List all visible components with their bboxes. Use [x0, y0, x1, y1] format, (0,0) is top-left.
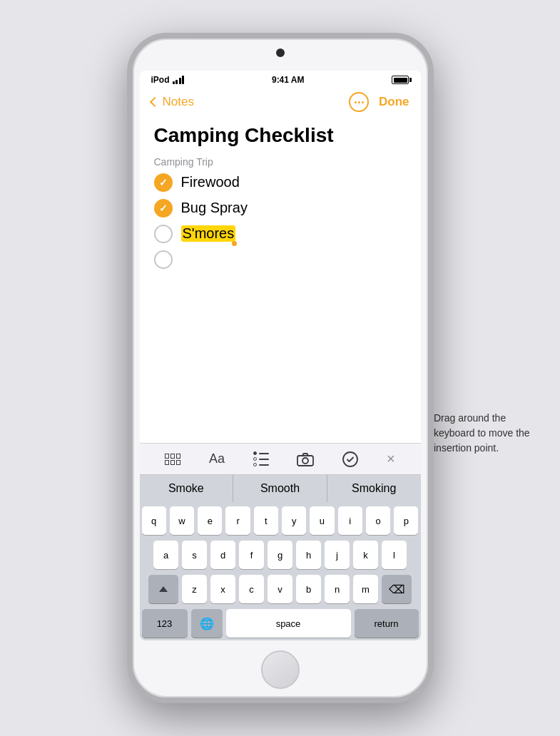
key-x[interactable]: x [210, 575, 235, 603]
chevron-left-icon [149, 97, 159, 107]
content-area: Camping Checklist Camping Trip ✓ Firewoo… [140, 118, 421, 443]
predictive-text-bar: Smoke Smooth Smoking [140, 474, 421, 502]
key-o[interactable]: o [366, 506, 390, 535]
back-label: Notes [163, 95, 194, 109]
back-button[interactable]: Notes [151, 95, 194, 109]
compose-icon [342, 451, 358, 467]
annotation-text: Drag around the keyboard to move the ins… [429, 411, 540, 456]
delete-icon: ⌫ [389, 583, 405, 596]
keyboard-row-1: q w e r t y u i o p [142, 506, 419, 535]
camera-icon [297, 452, 314, 466]
keyboard: q w e r t y u i o p a s d f g [140, 502, 421, 640]
item-text-smores[interactable]: S'mores [181, 225, 236, 242]
key-l[interactable]: l [382, 541, 407, 569]
key-t[interactable]: t [254, 506, 278, 535]
key-v[interactable]: v [268, 575, 292, 603]
key-p[interactable]: p [394, 506, 418, 535]
battery-icon [392, 76, 409, 84]
shift-icon [159, 586, 168, 592]
key-s[interactable]: s [182, 541, 207, 569]
numbers-key[interactable]: 123 [142, 609, 188, 638]
key-r[interactable]: r [225, 506, 250, 535]
svg-point-2 [343, 452, 357, 466]
key-j[interactable]: j [325, 541, 350, 569]
checklist-button[interactable] [253, 451, 269, 466]
key-d[interactable]: d [210, 541, 235, 569]
screen: iPod 9:41 AM [140, 71, 421, 640]
nav-right-actions: Done [349, 92, 409, 112]
item-text-bug-spray: Bug Spray [181, 200, 248, 216]
key-g[interactable]: g [268, 541, 292, 569]
close-toolbar-button[interactable]: × [387, 451, 395, 467]
camera-dot [276, 48, 285, 57]
status-bar: iPod 9:41 AM [140, 71, 421, 88]
predictive-word-1[interactable]: Smooth [233, 475, 327, 502]
checklist-item: ✓ Bug Spray [154, 199, 407, 218]
formatting-toolbar: Aa [140, 443, 421, 474]
checkbox-bug-spray[interactable]: ✓ [154, 199, 173, 218]
note-title[interactable]: Camping Checklist [154, 123, 407, 148]
svg-rect-0 [297, 456, 313, 466]
key-k[interactable]: k [353, 541, 378, 569]
keyboard-row-3: z x c v b n m ⌫ [142, 575, 419, 603]
battery-fill [394, 78, 407, 83]
section-label: Camping Trip [154, 156, 407, 168]
device-wrapper: Drag around the keyboard to move the ins… [0, 0, 560, 736]
key-u[interactable]: u [310, 506, 334, 535]
key-n[interactable]: n [325, 575, 350, 603]
key-q[interactable]: q [142, 506, 166, 535]
status-right [392, 76, 409, 84]
predictive-word-2[interactable]: Smoking [327, 475, 421, 502]
globe-icon: 🌐 [200, 617, 214, 630]
key-e[interactable]: e [198, 506, 222, 535]
more-dot [358, 101, 360, 103]
checklist-item: ✓ Firewood [154, 173, 407, 192]
checkbox-firewood[interactable]: ✓ [154, 173, 173, 192]
compose-button[interactable] [342, 451, 358, 467]
checklist-item-tent [154, 250, 407, 269]
key-y[interactable]: y [282, 506, 306, 535]
done-button[interactable]: Done [379, 95, 409, 109]
checklist-item-smores: S'mores [154, 225, 407, 243]
keyboard-row-2: a s d f g h j k l [142, 541, 419, 569]
delete-key[interactable]: ⌫ [382, 575, 412, 603]
key-c[interactable]: c [239, 575, 264, 603]
key-m[interactable]: m [353, 575, 378, 603]
item-text-firewood: Firewood [181, 174, 240, 190]
status-carrier: iPod [151, 75, 185, 85]
more-button[interactable] [349, 92, 369, 112]
nav-bar: Notes Done [140, 88, 421, 118]
home-button[interactable] [261, 650, 300, 689]
keyboard-row-4: 123 🌐 space return [142, 609, 419, 638]
key-b[interactable]: b [296, 575, 321, 603]
key-h[interactable]: h [296, 541, 321, 569]
checkmark-icon: ✓ [159, 203, 168, 214]
key-i[interactable]: i [338, 506, 362, 535]
key-w[interactable]: w [170, 506, 194, 535]
format-aa-label: Aa [209, 451, 225, 466]
checkmark-icon: ✓ [159, 177, 168, 188]
key-a[interactable]: a [153, 541, 178, 569]
device-frame: iPod 9:41 AM [127, 33, 434, 703]
close-icon: × [387, 451, 395, 467]
text-format-button[interactable]: Aa [209, 451, 225, 466]
predictive-word-0[interactable]: Smoke [140, 475, 234, 502]
globe-key[interactable]: 🌐 [191, 609, 223, 638]
status-time: 9:41 AM [272, 75, 305, 85]
shift-key[interactable] [148, 575, 178, 603]
return-key[interactable]: return [355, 609, 419, 638]
table-icon [165, 454, 180, 465]
more-dot [355, 101, 357, 103]
checkbox-tent[interactable] [154, 250, 173, 269]
wifi-icon [173, 76, 185, 84]
key-f[interactable]: f [239, 541, 264, 569]
checkbox-smores[interactable] [154, 225, 173, 243]
space-key[interactable]: space [226, 609, 351, 638]
list-icon [253, 451, 269, 466]
table-button[interactable] [165, 454, 180, 465]
camera-button[interactable] [297, 452, 314, 466]
key-z[interactable]: z [182, 575, 207, 603]
svg-point-1 [302, 458, 308, 464]
more-dot [362, 101, 364, 103]
